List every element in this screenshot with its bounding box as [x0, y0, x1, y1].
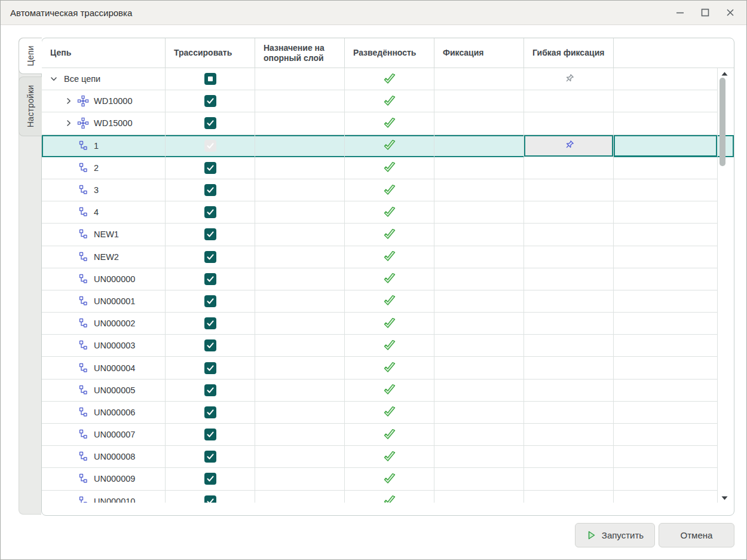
route-checkbox[interactable] [204, 184, 216, 196]
table-row[interactable]: NEW1 [42, 224, 734, 246]
route-checkbox[interactable] [204, 228, 216, 240]
fixation-cell[interactable] [434, 313, 524, 335]
ref-layer-cell[interactable] [255, 135, 345, 157]
route-checkbox[interactable] [204, 251, 216, 263]
ref-layer-cell[interactable] [255, 357, 345, 379]
route-cell[interactable] [166, 402, 255, 424]
table-row[interactable]: UN000004 [42, 357, 734, 379]
table-row[interactable]: 1 [42, 135, 734, 157]
ref-layer-cell[interactable] [255, 179, 345, 201]
fixation-cell[interactable] [434, 112, 524, 134]
column-header-flexible-fixation[interactable]: Гибкая фиксация [524, 38, 614, 68]
table-row[interactable]: UN000002 [42, 313, 734, 335]
fixation-cell[interactable] [434, 402, 524, 424]
table-row[interactable]: 4 [42, 201, 734, 224]
table-row[interactable]: UN000010 [42, 491, 734, 503]
route-cell[interactable] [166, 290, 255, 313]
route-checkbox[interactable] [204, 206, 216, 218]
route-cell[interactable] [166, 268, 255, 290]
fixation-cell[interactable] [434, 446, 524, 468]
route-cell[interactable] [166, 179, 255, 201]
flexible-fixation-cell[interactable] [524, 268, 614, 290]
fixation-cell[interactable] [434, 90, 524, 112]
fixation-cell[interactable] [434, 468, 524, 490]
route-checkbox[interactable] [204, 273, 216, 285]
flexible-fixation-cell[interactable] [524, 313, 614, 335]
route-cell[interactable] [166, 468, 255, 490]
route-cell[interactable] [166, 424, 255, 446]
title-bar[interactable]: Автоматическая трассировка [1, 1, 746, 25]
flexible-fixation-cell[interactable] [524, 246, 614, 268]
fixation-cell[interactable] [434, 491, 524, 503]
fixation-cell[interactable] [434, 157, 524, 179]
table-row[interactable]: UN000006 [42, 402, 734, 424]
column-header-net[interactable]: Цепь [42, 38, 166, 68]
fixation-cell[interactable] [434, 335, 524, 357]
route-checkbox[interactable] [204, 473, 216, 485]
fixation-cell[interactable] [434, 380, 524, 402]
ref-layer-cell[interactable] [255, 446, 345, 468]
route-checkbox[interactable] [204, 384, 216, 396]
route-cell[interactable] [166, 135, 255, 157]
fixation-cell[interactable] [434, 246, 524, 268]
table-row[interactable]: UN000009 [42, 468, 734, 490]
table-row[interactable]: 2 [42, 157, 734, 179]
route-cell[interactable] [166, 491, 255, 503]
route-checkbox[interactable] [204, 362, 216, 374]
tab-nets[interactable]: Цепи [19, 38, 42, 74]
ref-layer-cell[interactable] [255, 424, 345, 446]
ref-layer-cell[interactable] [255, 335, 345, 357]
ref-layer-cell[interactable] [255, 246, 345, 268]
flexible-fixation-cell[interactable] [524, 446, 614, 468]
table-row[interactable]: UN000008 [42, 446, 734, 468]
column-header-route[interactable]: Трассировать [166, 38, 255, 68]
route-cell[interactable] [166, 246, 255, 268]
flexible-fixation-cell[interactable] [524, 357, 614, 379]
ref-layer-cell[interactable] [255, 491, 345, 503]
flexible-fixation-cell[interactable] [524, 112, 614, 134]
flexible-fixation-cell[interactable] [524, 90, 614, 112]
chevron-right-icon[interactable] [64, 96, 74, 106]
column-header-routed[interactable]: Разведённость [345, 38, 434, 68]
table-row[interactable]: WD10000 [42, 90, 734, 112]
tab-settings[interactable]: Настройки [19, 76, 42, 136]
route-checkbox[interactable] [204, 162, 216, 174]
fixation-cell[interactable] [434, 201, 524, 224]
ref-layer-cell[interactable] [255, 402, 345, 424]
fixation-cell[interactable] [434, 68, 524, 90]
table-row[interactable]: UN000005 [42, 380, 734, 402]
ref-layer-cell[interactable] [255, 468, 345, 490]
cancel-button[interactable]: Отмена [659, 523, 734, 547]
route-checkbox-indeterminate[interactable] [204, 73, 216, 85]
route-checkbox[interactable] [204, 451, 216, 463]
route-cell[interactable] [166, 90, 255, 112]
route-cell[interactable] [166, 224, 255, 246]
flexible-fixation-cell[interactable] [524, 224, 614, 246]
route-cell[interactable] [166, 380, 255, 402]
route-cell[interactable] [166, 68, 255, 90]
maximize-icon[interactable] [693, 1, 718, 24]
fixation-cell[interactable] [434, 290, 524, 313]
route-cell[interactable] [166, 357, 255, 379]
table-row[interactable]: UN000001 [42, 290, 734, 313]
flexible-fixation-cell[interactable] [524, 380, 614, 402]
fixation-cell[interactable] [434, 135, 524, 157]
flexible-fixation-cell[interactable] [524, 402, 614, 424]
chevron-down-icon[interactable] [49, 74, 59, 84]
flexible-fixation-cell[interactable] [524, 335, 614, 357]
ref-layer-cell[interactable] [255, 380, 345, 402]
fixation-cell[interactable] [434, 357, 524, 379]
route-cell[interactable] [166, 446, 255, 468]
route-checkbox[interactable] [204, 406, 216, 418]
route-cell[interactable] [166, 157, 255, 179]
scrollbar-thumb[interactable] [720, 78, 725, 166]
ref-layer-cell[interactable] [255, 224, 345, 246]
table-row[interactable]: UN000000 [42, 268, 734, 290]
route-checkbox[interactable] [204, 429, 216, 440]
pushpin-icon[interactable] [562, 139, 575, 152]
table-row[interactable]: UN000003 [42, 335, 734, 357]
flexible-fixation-cell[interactable] [524, 68, 614, 90]
route-checkbox[interactable] [204, 495, 216, 503]
close-icon[interactable] [718, 1, 743, 24]
chevron-right-icon[interactable] [64, 118, 74, 128]
